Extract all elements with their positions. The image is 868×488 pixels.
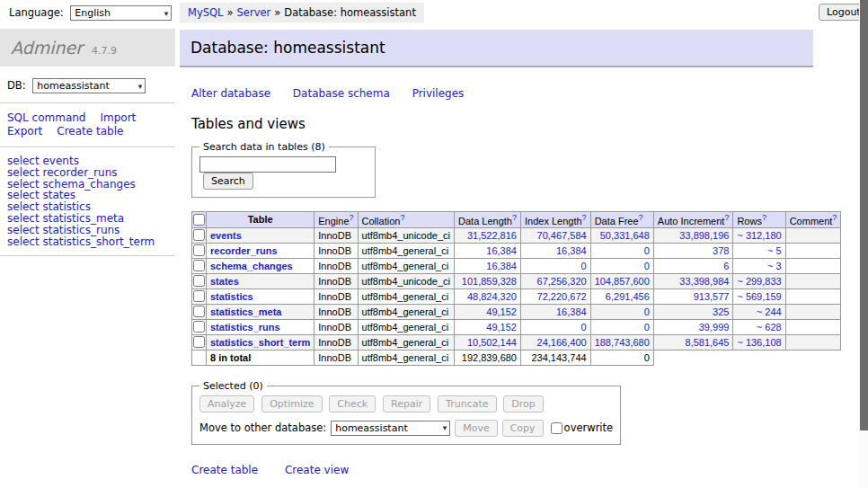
data-length-link[interactable]: 16,384 (486, 245, 517, 256)
sql-command-link[interactable]: SQL command (7, 111, 85, 124)
export-link[interactable]: Export (7, 125, 42, 138)
db-selector-row: DB: homeassistant ▾ (7, 78, 175, 93)
data-free-link[interactable]: 188,743,680 (595, 337, 650, 348)
sidebar-table-link[interactable]: select statistics_short_term (7, 235, 155, 248)
table-name-link[interactable]: schema_changes (210, 261, 293, 271)
move-button[interactable]: Move (455, 420, 498, 437)
create-table-link-sidebar[interactable]: Create table (57, 125, 123, 138)
index-length-link[interactable]: 16,384 (556, 306, 587, 317)
rows-link[interactable]: ~ 244 (757, 306, 782, 317)
data-length-link[interactable]: 49,152 (486, 306, 517, 317)
breadcrumb-server-link[interactable]: Server (237, 6, 271, 19)
drop-button[interactable]: Drop (503, 395, 543, 413)
comment-cell (785, 319, 841, 334)
auto-increment-link[interactable]: 6 (723, 261, 729, 271)
overwrite-checkbox[interactable] (551, 422, 562, 434)
row-checkbox[interactable] (193, 244, 205, 256)
search-button[interactable]: Search (203, 173, 253, 190)
table-name-link[interactable]: states (210, 276, 239, 287)
move-database-select[interactable]: homeassistant ▾ (331, 421, 450, 436)
auto-increment-link[interactable]: 8,581,645 (685, 337, 729, 348)
create-view-link[interactable]: Create view (285, 464, 349, 476)
rows-link[interactable]: ~ 136,108 (737, 337, 781, 348)
auto-increment-link[interactable]: 913,577 (694, 291, 730, 302)
table-name-link[interactable]: events (210, 230, 242, 241)
data-length-link[interactable]: 16,384 (486, 261, 517, 271)
index-length-link[interactable]: 0 (581, 322, 587, 333)
rows-link[interactable]: ~ 312,180 (737, 230, 781, 241)
row-checkbox[interactable] (193, 229, 205, 241)
auto-increment-link[interactable]: 33,398,984 (679, 276, 729, 287)
help-link[interactable]: ? (512, 213, 517, 222)
help-link[interactable]: ? (762, 213, 766, 222)
index-length-link[interactable]: 16,384 (556, 245, 587, 256)
row-checkbox[interactable] (193, 260, 205, 271)
language-select[interactable]: English ▾ (70, 5, 172, 21)
data-free-link[interactable]: 0 (644, 245, 650, 256)
rows-link[interactable]: ~ 5 (767, 245, 782, 256)
breadcrumb-mysql-link[interactable]: MySQL (188, 6, 224, 19)
data-length-link[interactable]: 48,824,320 (467, 291, 517, 302)
check-button[interactable]: Check (329, 395, 376, 413)
comment-cell (785, 304, 841, 319)
row-checkbox[interactable] (193, 275, 205, 287)
data-free-link[interactable]: 0 (644, 261, 650, 271)
repair-button[interactable]: Repair (383, 395, 430, 413)
rows-cell: ~ 299,833 (733, 273, 785, 288)
index-length-link[interactable]: 0 (581, 261, 587, 271)
data-length-link[interactable]: 10,502,144 (467, 337, 517, 348)
table-name-link[interactable]: statistics_meta (210, 306, 282, 317)
search-input[interactable] (199, 156, 336, 173)
data-free-link[interactable]: 104,857,600 (595, 276, 650, 287)
optimize-button[interactable]: Optimize (261, 395, 322, 413)
auto-increment-link[interactable]: 378 (713, 245, 729, 256)
adminer-logo[interactable]: Adminer (11, 38, 83, 58)
privileges-link[interactable]: Privileges (412, 87, 465, 100)
auto-increment-link[interactable]: 325 (713, 306, 729, 317)
rows-link[interactable]: ~ 3 (767, 261, 782, 271)
auto-increment-link[interactable]: 39,999 (699, 322, 730, 333)
database-schema-link[interactable]: Database schema (293, 87, 390, 100)
help-link[interactable]: ? (724, 213, 729, 222)
truncate-button[interactable]: Truncate (438, 395, 496, 413)
table-name-link[interactable]: statistics_runs (210, 322, 280, 333)
row-checkbox[interactable] (193, 290, 205, 302)
create-table-link[interactable]: Create table (191, 464, 258, 476)
data-free-link[interactable]: 6,291,456 (606, 291, 650, 302)
table-name-link[interactable]: statistics (210, 291, 253, 302)
help-link[interactable]: ? (832, 213, 837, 222)
help-link[interactable]: ? (400, 213, 404, 222)
auto-increment-link[interactable]: 33,898,196 (679, 230, 729, 241)
index-length-link[interactable]: 70,467,584 (537, 230, 587, 241)
import-link[interactable]: Import (100, 111, 136, 124)
help-link[interactable]: ? (582, 213, 587, 222)
analyze-button[interactable]: Analyze (199, 395, 254, 413)
db-select[interactable]: homeassistant ▾ (32, 78, 146, 93)
data-free-link[interactable]: 0 (644, 306, 650, 317)
select-all-checkbox[interactable] (193, 214, 205, 226)
scrollbar-thumb[interactable] (860, 0, 868, 430)
rows-cell: ~ 628 (733, 319, 785, 334)
alter-database-link[interactable]: Alter database (191, 87, 270, 100)
rows-link[interactable]: ~ 628 (757, 322, 782, 333)
table-name-link[interactable]: recorder_runs (210, 245, 278, 256)
help-link[interactable]: ? (350, 213, 354, 222)
index-length-link[interactable]: 24,166,400 (537, 337, 587, 348)
data-free-link[interactable]: 50,331,648 (600, 230, 650, 241)
index-length-link[interactable]: 72,220,672 (537, 291, 587, 302)
data-length-link[interactable]: 31,522,816 (467, 230, 517, 241)
rows-cell: ~ 312,180 (733, 227, 785, 243)
row-checkbox[interactable] (193, 336, 205, 348)
data-length-link[interactable]: 49,152 (486, 322, 517, 333)
copy-button[interactable]: Copy (502, 420, 544, 437)
data-free-link[interactable]: 0 (644, 322, 650, 333)
data-length-link[interactable]: 101,859,328 (462, 276, 517, 287)
row-checkbox[interactable] (193, 306, 205, 317)
rows-link[interactable]: ~ 569,159 (737, 291, 781, 302)
table-name-link[interactable]: statistics_short_term (210, 337, 310, 348)
auto-increment-cell: 913,577 (653, 288, 733, 304)
help-link[interactable]: ? (639, 213, 643, 222)
row-checkbox[interactable] (193, 321, 205, 333)
index-length-link[interactable]: 67,256,320 (537, 276, 587, 287)
rows-link[interactable]: ~ 299,833 (737, 276, 781, 287)
